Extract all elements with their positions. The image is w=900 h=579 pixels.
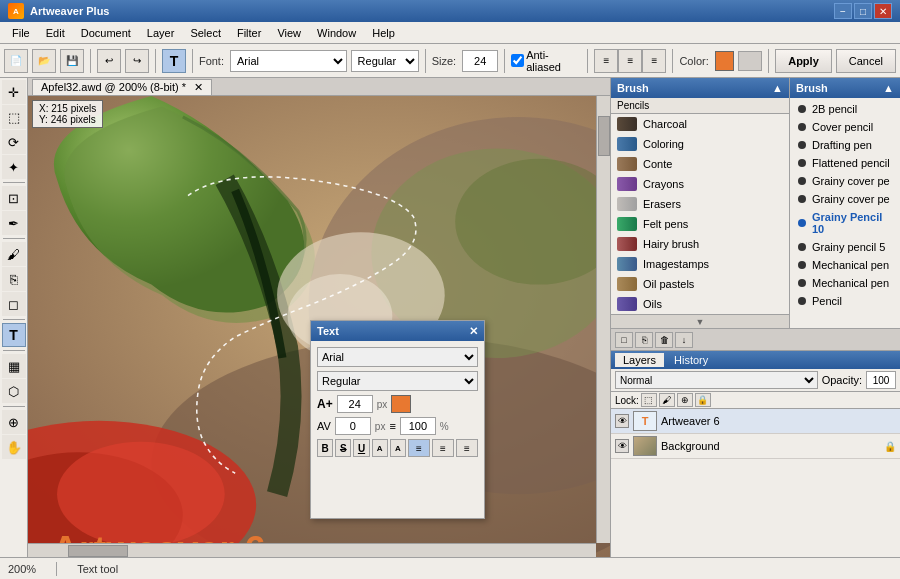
text-tool[interactable]: T — [2, 323, 26, 347]
text-panel-header[interactable]: Text ✕ — [311, 321, 484, 341]
bold-format-btn[interactable]: B — [317, 439, 333, 457]
layer-row-artweaver[interactable]: 👁 T Artweaver 6 — [611, 409, 900, 434]
opacity-input[interactable] — [866, 371, 896, 389]
save-button[interactable]: 💾 — [60, 49, 84, 73]
shapes-tool[interactable]: ⬡ — [2, 379, 26, 403]
menu-filter[interactable]: Filter — [229, 25, 269, 41]
font-select[interactable]: Arial — [230, 50, 347, 72]
zoom-tool[interactable]: ⊕ — [2, 410, 26, 434]
brush-scroll-arrows[interactable]: ▼ — [611, 314, 789, 328]
size-input[interactable] — [462, 50, 498, 72]
brush-item-coloring[interactable]: Coloring — [611, 134, 789, 154]
brush-detail-flattened[interactable]: Flattened pencil — [790, 154, 900, 172]
brush-parent[interactable]: Pencils — [617, 100, 649, 111]
brush-item-oil-pastels[interactable]: Oil pastels — [611, 274, 789, 294]
menu-document[interactable]: Document — [73, 25, 139, 41]
text-spacing-input[interactable] — [335, 417, 371, 435]
apply-button[interactable]: Apply — [775, 49, 832, 73]
gradient-tool[interactable]: ▦ — [2, 354, 26, 378]
magic-wand-tool[interactable]: ✦ — [2, 155, 26, 179]
document-close[interactable]: ✕ — [194, 81, 203, 94]
align-left-text-btn[interactable]: ≡ — [408, 439, 430, 457]
eraser-tool[interactable]: ◻ — [2, 292, 26, 316]
lock-position-btn[interactable]: ⊕ — [677, 393, 693, 407]
brush-item-hairy-brush[interactable]: Hairy brush — [611, 234, 789, 254]
document-tab[interactable]: Apfel32.awd @ 200% (8-bit) * ✕ — [32, 79, 212, 95]
lock-all-btn[interactable]: 🔒 — [695, 393, 711, 407]
brush-item-felt-pens[interactable]: Felt pens — [611, 214, 789, 234]
layer-eye-artweaver[interactable]: 👁 — [615, 414, 629, 428]
brush-item-oils[interactable]: Oils — [611, 294, 789, 314]
brush-item-charcoal[interactable]: Charcoal — [611, 114, 789, 134]
brush-item-conte[interactable]: Conte — [611, 154, 789, 174]
menu-layer[interactable]: Layer — [139, 25, 183, 41]
text-style-select[interactable]: Regular — [317, 371, 478, 391]
brush-tool[interactable]: 🖌 — [2, 242, 26, 266]
layer-eye-background[interactable]: 👁 — [615, 439, 629, 453]
history-tab[interactable]: History — [666, 353, 716, 367]
blend-mode-select[interactable]: Normal — [615, 371, 818, 389]
antialiased-checkbox[interactable] — [511, 54, 524, 67]
menu-help[interactable]: Help — [364, 25, 403, 41]
v-scrollbar[interactable] — [596, 96, 610, 543]
brush-detail-mechanical1[interactable]: Mechanical pen — [790, 256, 900, 274]
menu-file[interactable]: File — [4, 25, 38, 41]
brush-detail-cover[interactable]: Cover pencil — [790, 118, 900, 136]
brush-detail-2b[interactable]: 2B pencil — [790, 100, 900, 118]
hand-tool[interactable]: ✋ — [2, 435, 26, 459]
text-color-swatch[interactable] — [391, 395, 411, 413]
h-scroll-thumb[interactable] — [68, 545, 128, 557]
merge-layer-btn[interactable]: ↓ — [675, 332, 693, 348]
menu-edit[interactable]: Edit — [38, 25, 73, 41]
brush-item-erasers[interactable]: Erasers — [611, 194, 789, 214]
align-center-text-btn[interactable]: ≡ — [432, 439, 454, 457]
subscript-format-btn[interactable]: A — [372, 439, 388, 457]
close-button[interactable]: ✕ — [874, 3, 892, 19]
layer-row-background[interactable]: 👁 Background 🔒 — [611, 434, 900, 459]
selection-tool[interactable]: ⬚ — [2, 105, 26, 129]
brush-detail-grainy-cover1[interactable]: Grainy cover pe — [790, 172, 900, 190]
h-scrollbar[interactable] — [28, 543, 596, 557]
lock-transparency-btn[interactable]: ⬚ — [641, 393, 657, 407]
align-right-text-btn[interactable]: ≡ — [456, 439, 478, 457]
align-center-button[interactable]: ≡ — [618, 49, 642, 73]
brush-details-collapse[interactable]: ▲ — [883, 82, 894, 94]
strikeout-format-btn[interactable]: S — [335, 439, 351, 457]
antialiased-label[interactable]: Anti-aliased — [511, 49, 581, 73]
color-bg-swatch[interactable] — [738, 51, 762, 71]
v-scroll-thumb[interactable] — [598, 116, 610, 156]
text-indent-input[interactable] — [400, 417, 436, 435]
menu-select[interactable]: Select — [182, 25, 229, 41]
minimize-button[interactable]: − — [834, 3, 852, 19]
move-tool[interactable]: ✛ — [2, 80, 26, 104]
maximize-button[interactable]: □ — [854, 3, 872, 19]
menu-window[interactable]: Window — [309, 25, 364, 41]
copy-layer-btn[interactable]: ⎘ — [635, 332, 653, 348]
clone-tool[interactable]: ⎘ — [2, 267, 26, 291]
brush-detail-grainy10[interactable]: Grainy Pencil 10 — [790, 208, 900, 238]
text-size-input[interactable] — [337, 395, 373, 413]
brush-detail-drafting[interactable]: Drafting pen — [790, 136, 900, 154]
layers-tab[interactable]: Layers — [615, 353, 664, 367]
brush-detail-mechanical2[interactable]: Mechanical pen — [790, 274, 900, 292]
redo-button[interactable]: ↪ — [125, 49, 149, 73]
brush-collapse-icon[interactable]: ▲ — [772, 82, 783, 94]
text-tool-button[interactable]: T — [162, 49, 186, 73]
lock-paint-btn[interactable]: 🖌 — [659, 393, 675, 407]
delete-layer-btn[interactable]: 🗑 — [655, 332, 673, 348]
lasso-tool[interactable]: ⟳ — [2, 130, 26, 154]
brush-detail-grainy5[interactable]: Grainy pencil 5 — [790, 238, 900, 256]
color-swatch[interactable] — [715, 51, 734, 71]
cancel-button[interactable]: Cancel — [836, 49, 896, 73]
menu-view[interactable]: View — [269, 25, 309, 41]
eyedropper-tool[interactable]: ✒ — [2, 211, 26, 235]
brush-item-crayons[interactable]: Crayons — [611, 174, 789, 194]
new-layer-btn[interactable]: □ — [615, 332, 633, 348]
align-right-button[interactable]: ≡ — [642, 49, 666, 73]
brush-detail-pencil[interactable]: Pencil — [790, 292, 900, 310]
underline-format-btn[interactable]: U — [353, 439, 369, 457]
crop-tool[interactable]: ⊡ — [2, 186, 26, 210]
align-left-button[interactable]: ≡ — [594, 49, 618, 73]
open-button[interactable]: 📂 — [32, 49, 56, 73]
text-font-select[interactable]: Arial — [317, 347, 478, 367]
